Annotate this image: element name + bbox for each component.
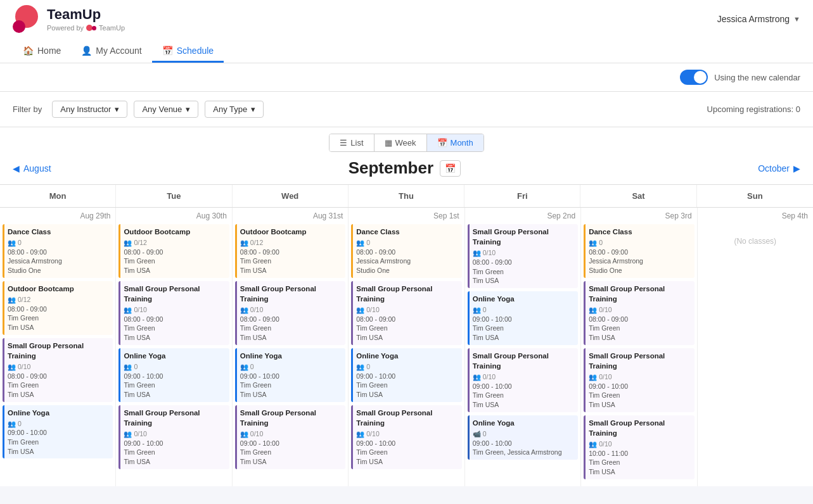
event-time: 08:00 - 09:00 [240,248,342,257]
event-meta: 👥 0 [473,305,575,315]
month-view-btn[interactable]: 📅 Month [427,134,483,151]
event[interactable]: Small Group Personal Training👥 0/1009:00… [351,405,461,469]
event-meta: 👥 0/10 [589,439,691,449]
event-meta: 👥 0/10 [240,305,342,315]
event[interactable]: Online Yoga👥 009:00 - 10:00Tim GreenTim … [351,348,461,402]
event[interactable]: Small Group Personal Training👥 0/1009:00… [235,405,345,469]
upcoming-registrations: Upcoming registrations: 0 [707,104,800,114]
event[interactable]: Small Group Personal Training👥 0/1008:00… [468,224,578,288]
event-instructor: Jessica Armstrong [8,256,110,266]
people-icon: 👥 [240,238,248,248]
event[interactable]: Small Group Personal Training👥 0/1008:00… [235,281,345,345]
nav-home[interactable]: 🏠 Home [13,41,71,63]
event[interactable]: Small Group Personal Training👥 0/1008:00… [118,281,229,345]
event-title: Outdoor Bootcamp [240,227,342,237]
prev-month-btn[interactable]: ◀ August [13,163,51,173]
toggle-bar: Using the new calendar [0,63,813,92]
event[interactable]: Online Yoga👥 009:00 - 10:00Tim GreenTim … [118,348,229,402]
event-venue: Tim USA [473,276,575,286]
event[interactable]: Small Group Personal Training👥 0/1009:00… [118,405,229,469]
event[interactable]: Online Yoga👥 009:00 - 10:00Tim GreenTim … [468,291,578,345]
event-title: Online Yoga [356,351,458,361]
event-time: 08:00 - 09:00 [589,248,691,257]
people-icon: 👥 [8,295,16,305]
day-header-thu: Thu [349,185,464,207]
event-venue: Tim USA [356,333,458,343]
event-venue: Studio One [589,266,691,275]
event-title: Small Group Personal Training [124,408,226,428]
event[interactable]: Small Group Personal Training👥 0/1008:00… [351,281,461,345]
event[interactable]: Dance Class👥 008:00 - 09:00Jessica Armst… [351,224,461,278]
event-title: Online Yoga [473,418,575,428]
day-header-sun: Sun [697,185,813,207]
event[interactable]: Dance Class👥 008:00 - 09:00Jessica Armst… [3,224,113,278]
next-month-arrow: ▶ [793,163,800,173]
event[interactable]: Small Group Personal Training👥 0/1010:00… [584,415,694,479]
list-view-btn[interactable]: ☰ List [330,134,374,151]
event-title: Small Group Personal Training [589,418,691,438]
event[interactable]: Dance Class👥 008:00 - 09:00Jessica Armst… [584,224,694,278]
event-meta: 👥 0/10 [356,429,458,439]
people-icon: 👥 [589,305,597,315]
people-icon: 👥 [8,362,16,372]
calendar-grid: Aug 29thDance Class👥 008:00 - 09:00Jessi… [0,208,813,486]
event-time: 09:00 - 10:00 [124,439,226,448]
filter-bar: Filter by Any Instructor ▾ Any Venue ▾ A… [0,92,813,127]
venue-filter[interactable]: Any Venue ▾ [134,101,198,118]
toggle-knob [694,71,707,84]
event-time: 08:00 - 09:00 [8,305,110,314]
event-venue: Tim USA [8,323,110,332]
nav-my-account[interactable]: 👤 My Account [71,41,151,63]
event-instructor: Tim Green [589,391,691,400]
day-date: Aug 30th [118,211,229,220]
event-meta: 👥 0 [124,362,226,372]
event-instructor: Tim Green [473,267,575,277]
event[interactable]: Online Yoga👥 009:00 - 10:00Tim GreenTim … [3,405,113,459]
event[interactable]: Outdoor Bootcamp👥 0/1208:00 - 09:00Tim G… [235,224,345,278]
user-menu[interactable]: Jessica Armstrong ▼ [717,14,800,24]
account-icon: 👤 [81,46,92,56]
user-name: Jessica Armstrong [717,14,790,24]
event-time: 09:00 - 10:00 [356,439,458,448]
event[interactable]: Small Group Personal Training👥 0/1009:00… [468,348,578,412]
day-header-mon: Mon [0,185,116,207]
event-venue: Tim USA [124,457,226,467]
event-time: 09:00 - 10:00 [124,372,226,381]
day-col-5: Sep 3rdDance Class👥 008:00 - 09:00Jessic… [581,208,696,486]
event-title: Small Group Personal Training [473,227,575,247]
event-meta: 👥 0/10 [589,305,691,315]
event-venue: Tim USA [240,333,342,343]
current-month-title: September 📅 [349,158,461,178]
event[interactable]: Small Group Personal Training👥 0/1009:00… [584,348,694,412]
event[interactable]: Outdoor Bootcamp👥 0/1208:00 - 09:00Tim G… [3,281,113,335]
event-instructor: Tim Green [356,381,458,390]
event[interactable]: Small Group Personal Training👥 0/1008:00… [3,338,113,402]
event-capacity: 👥 0 [8,238,22,248]
event[interactable]: Outdoor Bootcamp👥 0/1208:00 - 09:00Tim G… [118,224,229,278]
calendar-picker-btn[interactable]: 📅 [440,160,461,177]
event-meta: 👥 0 [356,362,458,372]
nav-schedule[interactable]: 📅 Schedule [152,41,224,63]
day-col-3: Sep 1stDance Class👥 008:00 - 09:00Jessic… [349,208,464,486]
week-icon: ▦ [385,138,392,148]
day-col-4: Sep 2ndSmall Group Personal Training👥 0/… [465,208,580,486]
event-instructor: Tim Green [8,313,110,323]
event-meta: 👥 0/10 [240,429,342,439]
event-time: 09:00 - 10:00 [473,382,575,391]
event-venue: Tim USA [473,333,575,343]
event[interactable]: Small Group Personal Training👥 0/1008:00… [584,281,694,345]
next-month-btn[interactable]: October ▶ [758,163,800,173]
new-calendar-toggle[interactable] [680,70,708,85]
event[interactable]: Online Yoga👥 009:00 - 10:00Tim GreenTim … [235,348,345,402]
user-menu-chevron: ▼ [793,15,800,23]
week-view-btn[interactable]: ▦ Week [374,134,427,151]
event-meta: 👥 0 [589,238,691,248]
instructor-filter[interactable]: Any Instructor ▾ [52,101,127,118]
event-meta: 👥 0 [8,238,110,248]
event-time: 09:00 - 10:00 [589,382,691,391]
type-filter[interactable]: Any Type ▾ [205,101,264,118]
event[interactable]: Online Yoga📹 009:00 - 10:00Tim Green, Je… [468,415,578,460]
event-capacity: 👥 0/10 [589,372,611,382]
people-icon: 👥 [589,238,597,248]
day-header-fri: Fri [464,185,580,207]
